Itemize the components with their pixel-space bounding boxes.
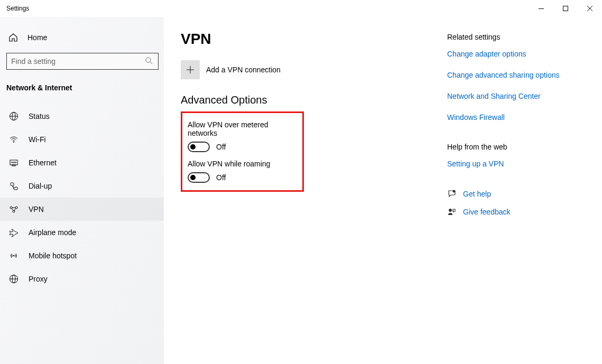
svg-point-23 bbox=[13, 255, 14, 256]
give-feedback-label: Give feedback bbox=[463, 208, 511, 216]
highlight-box: Allow VPN over metered networks Off Allo… bbox=[181, 111, 304, 192]
minimize-button[interactable] bbox=[529, 0, 553, 17]
svg-point-9 bbox=[13, 142, 14, 143]
home-label: Home bbox=[27, 33, 47, 42]
sidebar-item-dialup[interactable]: Dial-up bbox=[0, 174, 164, 198]
search-input[interactable] bbox=[11, 57, 145, 66]
svg-rect-1 bbox=[563, 6, 568, 11]
page-title: VPN bbox=[181, 31, 430, 48]
add-vpn-button[interactable]: Add a VPN connection bbox=[181, 60, 430, 79]
sidebar-item-label: Ethernet bbox=[29, 158, 57, 167]
get-help-label: Get help bbox=[463, 190, 491, 198]
toggle-knob bbox=[190, 175, 196, 180]
close-button[interactable] bbox=[578, 0, 602, 17]
toggle-knob bbox=[190, 144, 196, 150]
sidebar-item-label: Mobile hotspot bbox=[29, 251, 77, 260]
svg-point-29 bbox=[453, 190, 456, 193]
sidebar-section-header: Network & Internet bbox=[0, 77, 164, 98]
metered-toggle-label: Allow VPN over metered networks bbox=[188, 120, 297, 137]
roaming-toggle-group: Allow VPN while roaming Off bbox=[188, 160, 297, 183]
svg-rect-11 bbox=[12, 165, 15, 166]
home-nav-item[interactable]: Home bbox=[0, 26, 164, 49]
link-advanced-sharing[interactable]: Change advanced sharing options bbox=[447, 71, 579, 79]
give-feedback-link[interactable]: Give feedback bbox=[447, 207, 579, 217]
phone-icon bbox=[8, 181, 19, 191]
sidebar-item-label: Airplane mode bbox=[29, 228, 76, 237]
svg-line-21 bbox=[14, 209, 16, 211]
link-adapter-options[interactable]: Change adapter options bbox=[447, 50, 579, 58]
help-from-web-title: Help from the web bbox=[447, 143, 579, 151]
sidebar-item-label: Proxy bbox=[29, 275, 48, 283]
svg-point-18 bbox=[15, 207, 17, 209]
sidebar-item-airplane[interactable]: Airplane mode bbox=[0, 221, 164, 244]
roaming-toggle[interactable] bbox=[188, 172, 210, 183]
link-windows-firewall[interactable]: Windows Firewall bbox=[447, 113, 579, 122]
globe-icon bbox=[8, 111, 19, 122]
sidebar-item-status[interactable]: Status bbox=[0, 105, 164, 128]
sidebar-item-label: Wi-Fi bbox=[29, 135, 46, 144]
metered-toggle-group: Allow VPN over metered networks Off bbox=[188, 120, 297, 152]
roaming-toggle-status: Off bbox=[216, 173, 226, 182]
metered-toggle[interactable] bbox=[188, 142, 210, 152]
hotspot-icon bbox=[8, 250, 19, 261]
home-icon bbox=[8, 33, 18, 42]
advanced-options-title: Advanced Options bbox=[181, 94, 430, 106]
right-panel: Related settings Change adapter options … bbox=[447, 17, 587, 364]
sidebar-item-wifi[interactable]: Wi-Fi bbox=[0, 128, 164, 151]
sidebar-item-vpn[interactable]: VPN bbox=[0, 198, 164, 221]
add-vpn-label: Add a VPN connection bbox=[206, 66, 281, 74]
vpn-icon bbox=[8, 204, 19, 214]
chat-icon bbox=[447, 189, 457, 199]
svg-line-5 bbox=[150, 62, 152, 64]
search-icon bbox=[145, 57, 154, 66]
sidebar-item-proxy[interactable]: Proxy bbox=[0, 267, 164, 291]
feedback-icon bbox=[447, 207, 457, 217]
plus-icon bbox=[181, 60, 200, 79]
search-box[interactable] bbox=[6, 53, 159, 70]
link-setting-up-vpn[interactable]: Setting up a VPN bbox=[447, 160, 579, 168]
sidebar-item-label: Dial-up bbox=[29, 182, 52, 190]
sidebar-item-ethernet[interactable]: Ethernet bbox=[0, 151, 164, 174]
svg-line-20 bbox=[12, 209, 14, 211]
svg-rect-0 bbox=[539, 8, 544, 9]
sidebar-item-label: VPN bbox=[29, 205, 44, 213]
svg-point-4 bbox=[146, 58, 151, 62]
related-settings-title: Related settings bbox=[447, 33, 579, 41]
get-help-link[interactable]: Get help bbox=[447, 189, 579, 199]
window-controls bbox=[529, 0, 602, 17]
window-title: Settings bbox=[6, 5, 29, 12]
svg-point-30 bbox=[449, 209, 452, 212]
sidebar: Home Network & Internet Status bbox=[0, 17, 164, 364]
sidebar-item-label: Status bbox=[29, 112, 50, 120]
sidebar-item-hotspot[interactable]: Mobile hotspot bbox=[0, 244, 164, 267]
airplane-icon bbox=[8, 227, 19, 238]
titlebar: Settings bbox=[0, 0, 602, 17]
roaming-toggle-label: Allow VPN while roaming bbox=[188, 160, 297, 168]
main-content: VPN Add a VPN connection Advanced Option… bbox=[164, 17, 447, 364]
maximize-button[interactable] bbox=[553, 0, 578, 17]
wifi-icon bbox=[8, 134, 19, 145]
link-network-sharing-center[interactable]: Network and Sharing Center bbox=[447, 92, 579, 100]
proxy-icon bbox=[8, 274, 19, 284]
ethernet-icon bbox=[8, 157, 19, 168]
svg-point-17 bbox=[10, 207, 12, 209]
metered-toggle-status: Off bbox=[216, 143, 226, 151]
